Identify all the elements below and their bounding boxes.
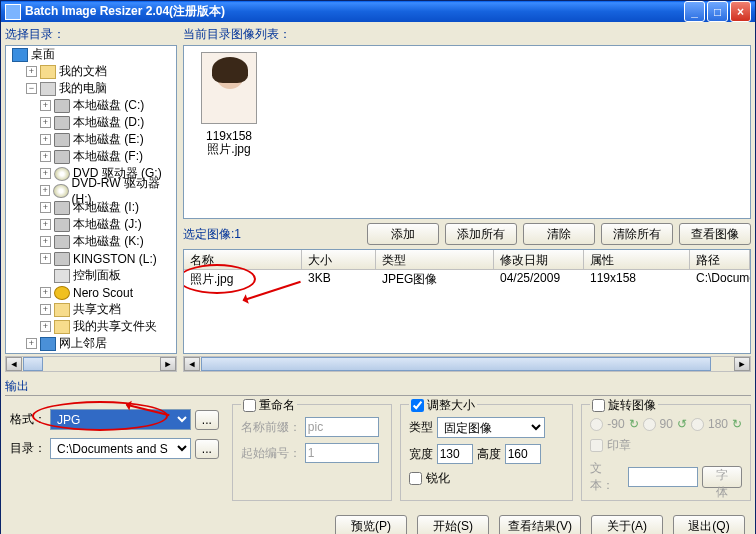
tree-hscroll[interactable]: ◄► — [5, 356, 177, 372]
file-list[interactable]: 名称 大小 类型 修改日期 属性 路径 照片.jpg 3KB JPEG图像 04… — [183, 249, 751, 354]
start-button[interactable]: 开始(S) — [417, 515, 489, 534]
format-label: 格式： — [10, 411, 46, 428]
rotate-group: 旋转图像 -90↻ 90↺ 180↻ 印章 文本：字体 — [581, 404, 751, 501]
tree-drive-e[interactable]: +本地磁盘 (E:) — [6, 131, 176, 148]
tree-mypc[interactable]: −我的电脑 — [6, 80, 176, 97]
col-size[interactable]: 大小 — [302, 250, 376, 269]
minimize-button[interactable]: _ — [684, 1, 705, 22]
app-icon — [5, 4, 21, 20]
clear-button[interactable]: 清除 — [523, 223, 595, 245]
table-row[interactable]: 照片.jpg 3KB JPEG图像 04/25/2009 119x158 C:\… — [184, 270, 750, 287]
add-all-button[interactable]: 添加所有 — [445, 223, 517, 245]
list-header[interactable]: 名称 大小 类型 修改日期 属性 路径 — [184, 250, 750, 270]
col-date[interactable]: 修改日期 — [494, 250, 584, 269]
thumbnail-area[interactable]: 119x158照片.jpg — [183, 45, 751, 219]
rename-checkbox[interactable] — [243, 399, 256, 412]
clear-all-button[interactable]: 清除所有 — [601, 223, 673, 245]
dir-label: 目录： — [10, 440, 46, 457]
thumb-list-label: 当前目录图像列表： — [183, 26, 751, 43]
tree-desktop[interactable]: 桌面 — [6, 46, 176, 63]
selected-count: 选定图像:1 — [183, 226, 361, 243]
width-input[interactable] — [437, 444, 473, 464]
directory-tree[interactable]: 桌面 +我的文档 −我的电脑 +本地磁盘 (C:) +本地磁盘 (D:) +本地… — [5, 45, 177, 354]
exit-button[interactable]: 退出(Q) — [673, 515, 745, 534]
stamp-text-input — [628, 467, 698, 487]
rot-p180 — [691, 418, 704, 431]
tree-shared-docs[interactable]: +共享文档 — [6, 301, 176, 318]
maximize-button[interactable]: □ — [707, 1, 728, 22]
sharpen-checkbox[interactable] — [409, 472, 422, 485]
results-button[interactable]: 查看结果(V) — [499, 515, 581, 534]
add-button[interactable]: 添加 — [367, 223, 439, 245]
stamp-checkbox — [590, 439, 603, 452]
resize-group: 调整大小 类型固定图像 宽度 高度 锐化 — [400, 404, 574, 501]
height-input[interactable] — [505, 444, 541, 464]
tree-mydocs[interactable]: +我的文档 — [6, 63, 176, 80]
tree-drive-j[interactable]: +本地磁盘 (J:) — [6, 216, 176, 233]
select-dir-label: 选择目录： — [5, 26, 177, 43]
window-title: Batch Image Resizer 2.04(注册版本) — [25, 3, 684, 20]
rotate-checkbox[interactable] — [592, 399, 605, 412]
tree-recycle[interactable]: 回收站 — [6, 352, 176, 354]
dir-select[interactable]: C:\Documents and S — [50, 438, 191, 459]
tree-drive-d[interactable]: +本地磁盘 (D:) — [6, 114, 176, 131]
tree-drive-f[interactable]: +本地磁盘 (F:) — [6, 148, 176, 165]
resize-type-select[interactable]: 固定图像 — [437, 417, 545, 438]
format-options-button[interactable]: ... — [195, 410, 219, 430]
thumb-image — [201, 52, 257, 124]
output-label: 输出 — [5, 378, 751, 396]
startnum-input — [305, 443, 379, 463]
col-name[interactable]: 名称 — [184, 250, 302, 269]
rename-group: 重命名 名称前缀： 起始编号： — [232, 404, 392, 501]
list-hscroll[interactable]: ◄► — [183, 356, 751, 372]
close-button[interactable]: × — [730, 1, 751, 22]
dir-browse-button[interactable]: ... — [195, 439, 219, 459]
col-attr[interactable]: 属性 — [584, 250, 690, 269]
font-button: 字体 — [702, 466, 742, 488]
prefix-input — [305, 417, 379, 437]
titlebar: Batch Image Resizer 2.04(注册版本) _ □ × — [1, 1, 755, 22]
tree-drive-h[interactable]: +DVD-RW 驱动器 (H:) — [6, 182, 176, 199]
rot-m90 — [590, 418, 603, 431]
thumbnail-item[interactable]: 119x158照片.jpg — [190, 52, 268, 156]
format-select[interactable]: JPG — [50, 409, 191, 430]
about-button[interactable]: 关于(A) — [591, 515, 663, 534]
tree-control-panel[interactable]: 控制面板 — [6, 267, 176, 284]
col-path[interactable]: 路径 — [690, 250, 750, 269]
resize-checkbox[interactable] — [411, 399, 424, 412]
preview-button[interactable]: 预览(P) — [335, 515, 407, 534]
tree-drive-c[interactable]: +本地磁盘 (C:) — [6, 97, 176, 114]
tree-nero[interactable]: +Nero Scout — [6, 284, 176, 301]
tree-drive-k[interactable]: +本地磁盘 (K:) — [6, 233, 176, 250]
col-type[interactable]: 类型 — [376, 250, 494, 269]
tree-drive-l[interactable]: +KINGSTON (L:) — [6, 250, 176, 267]
view-image-button[interactable]: 查看图像 — [679, 223, 751, 245]
tree-network[interactable]: +网上邻居 — [6, 335, 176, 352]
rot-p90 — [643, 418, 656, 431]
tree-myshare[interactable]: +我的共享文件夹 — [6, 318, 176, 335]
